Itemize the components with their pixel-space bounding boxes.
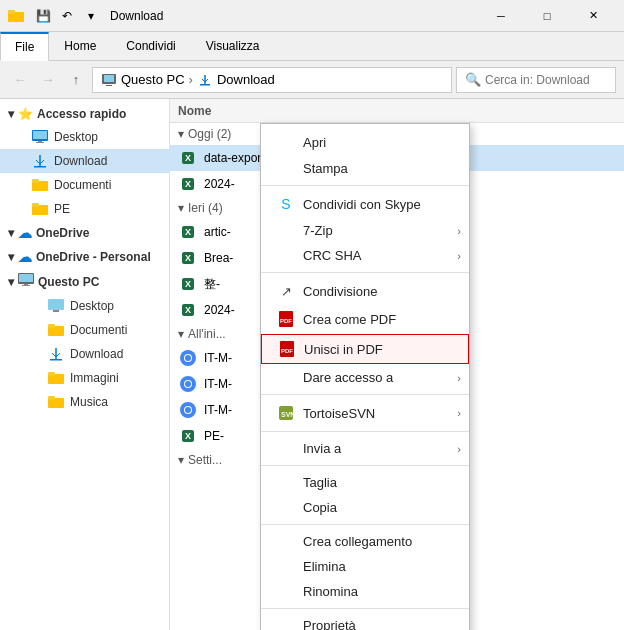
ctx-sep1: [261, 185, 469, 186]
onedrive-personal-header[interactable]: ▾ ☁ OneDrive - Personal: [0, 245, 169, 269]
svg-rect-8: [33, 131, 47, 139]
ctx-skype[interactable]: S Condividi con Skype: [261, 190, 469, 218]
ctx-condivisione[interactable]: ↗ Condivisione: [261, 277, 469, 305]
quick-access-header[interactable]: ▾ ⭐ Accesso rapido: [0, 103, 169, 125]
tab-condividi[interactable]: Condividi: [111, 32, 190, 60]
download2-icon: [48, 346, 64, 362]
back-button[interactable]: ←: [8, 68, 32, 92]
sidebar-item-musica[interactable]: Musica: [0, 390, 169, 414]
svg-point-39: [185, 407, 191, 413]
svg-rect-12: [34, 166, 46, 168]
minimize-button[interactable]: ─: [478, 0, 524, 32]
main-content: ▾ ⭐ Accesso rapido Desktop Download Docu…: [0, 99, 624, 630]
dropdown-btn[interactable]: ▾: [80, 5, 102, 27]
ctx-rinomina[interactable]: Rinomina: [261, 579, 469, 604]
folder-documenti-icon: [32, 177, 48, 193]
ctx-proprieta[interactable]: Proprietà: [261, 613, 469, 630]
quick-access-label: Accesso rapido: [37, 107, 126, 121]
svg-point-33: [185, 355, 191, 361]
ctx-taglia-label: Taglia: [303, 475, 337, 490]
sidebar-item-download[interactable]: Download: [0, 149, 169, 173]
tab-file[interactable]: File: [0, 32, 49, 61]
ctx-tortoisesvn[interactable]: SVN TortoiseSVN ›: [261, 399, 469, 427]
ctx-taglia[interactable]: Taglia: [261, 470, 469, 495]
ctx-apri[interactable]: Apri: [261, 128, 469, 156]
file-list-area: Nome ▾ Oggi (2) X data-export (1) X 2024…: [170, 99, 624, 630]
tab-visualizza[interactable]: Visualizza: [191, 32, 275, 60]
sidebar-item-desktop[interactable]: Desktop: [0, 125, 169, 149]
ctx-copia-label: Copia: [303, 500, 337, 515]
ctx-crea-collegamento[interactable]: Crea collegamento: [261, 529, 469, 554]
undo-btn[interactable]: ↶: [56, 5, 78, 27]
sidebar-item-desktop2[interactable]: Desktop: [0, 294, 169, 318]
svg-text:SVN: SVN: [281, 411, 295, 418]
sidebar-item-desktop-label: Desktop: [54, 130, 98, 144]
svg-text:PDF: PDF: [281, 348, 293, 354]
ctx-unisci-pdf[interactable]: PDF Unisci in PDF: [261, 334, 469, 364]
file-list-header: Nome: [170, 99, 624, 123]
up-button[interactable]: ↑: [64, 68, 88, 92]
desktop-icon: [32, 129, 48, 145]
onedrive-header[interactable]: ▾ ☁ OneDrive: [0, 221, 169, 245]
ctx-dare-accesso[interactable]: Dare accesso a ›: [261, 365, 469, 390]
svg-rect-19: [24, 284, 28, 285]
ctx-elimina-label: Elimina: [303, 559, 346, 574]
ctx-crcsha[interactable]: CRC SHA ›: [261, 243, 469, 268]
ctx-copia[interactable]: Copia: [261, 495, 469, 520]
svg-rect-14: [32, 179, 39, 183]
ctx-pdf-create-icon: PDF: [277, 310, 295, 328]
ctx-invia-a[interactable]: Invia a ›: [261, 436, 469, 461]
sidebar-item-documenti2-label: Documenti: [70, 323, 127, 337]
ctx-7zip-arrow: ›: [457, 225, 461, 237]
svg-point-36: [185, 381, 191, 387]
svg-rect-6: [200, 84, 210, 86]
search-icon: 🔍: [465, 72, 481, 87]
folder-musica-icon: [48, 394, 64, 410]
excel-icon-artic: X: [178, 222, 198, 242]
sidebar-item-download2[interactable]: Download: [0, 342, 169, 366]
maximize-button[interactable]: □: [524, 0, 570, 32]
svg-rect-22: [53, 310, 59, 312]
onedrive-icon: ☁: [18, 225, 32, 241]
ctx-apri-icon: [277, 133, 295, 151]
chevron-oggi-icon: ▾: [178, 127, 184, 141]
address-path[interactable]: Questo PC › Download: [92, 67, 452, 93]
ctx-7zip[interactable]: 7-Zip ›: [261, 218, 469, 243]
sidebar-item-documenti[interactable]: Documenti: [0, 173, 169, 197]
sidebar-item-documenti-label: Documenti: [54, 178, 111, 192]
desktop2-icon: [48, 298, 64, 314]
ctx-stampa[interactable]: Stampa: [261, 156, 469, 181]
svg-rect-1: [8, 10, 15, 14]
chevron-allinizio-icon: ▾: [178, 327, 184, 341]
search-input[interactable]: [485, 73, 607, 87]
svg-marker-5: [202, 75, 208, 84]
svg-marker-11: [36, 155, 44, 166]
ctx-rinomina-label: Rinomina: [303, 584, 358, 599]
tab-home[interactable]: Home: [49, 32, 111, 60]
folder-documenti2-icon: [48, 322, 64, 338]
ctx-crcsha-arrow: ›: [457, 250, 461, 262]
ctx-svn-icon: SVN: [277, 404, 295, 422]
excel-icon-zheng: X: [178, 274, 198, 294]
sidebar-item-documenti2[interactable]: Documenti: [0, 318, 169, 342]
search-box[interactable]: 🔍: [456, 67, 616, 93]
address-bar: ← → ↑ Questo PC › Download 🔍: [0, 61, 624, 99]
close-button[interactable]: ✕: [570, 0, 616, 32]
ctx-stampa-label: Stampa: [303, 161, 348, 176]
column-nome: Nome: [178, 104, 211, 118]
ctx-proprieta-label: Proprietà: [303, 618, 356, 630]
sidebar-item-immagini[interactable]: Immagini: [0, 366, 169, 390]
questo-pc-header[interactable]: ▾ Questo PC: [0, 269, 169, 294]
ctx-crea-pdf[interactable]: PDF Crea come PDF: [261, 305, 469, 333]
save-btn[interactable]: 💾: [32, 5, 54, 27]
sidebar-item-pe[interactable]: PE: [0, 197, 169, 221]
ctx-elimina[interactable]: Elimina: [261, 554, 469, 579]
title-bar: 💾 ↶ ▾ Download ─ □ ✕: [0, 0, 624, 32]
forward-button[interactable]: →: [36, 68, 60, 92]
quick-access-icons: 💾 ↶ ▾: [32, 5, 102, 27]
ctx-unisci-pdf-label: Unisci in PDF: [304, 342, 383, 357]
chevron-icon: ▾: [8, 107, 14, 121]
ctx-pdf-merge-icon: PDF: [278, 340, 296, 358]
excel-icon-2024: X: [178, 174, 198, 194]
ctx-skype-label: Condividi con Skype: [303, 197, 421, 212]
